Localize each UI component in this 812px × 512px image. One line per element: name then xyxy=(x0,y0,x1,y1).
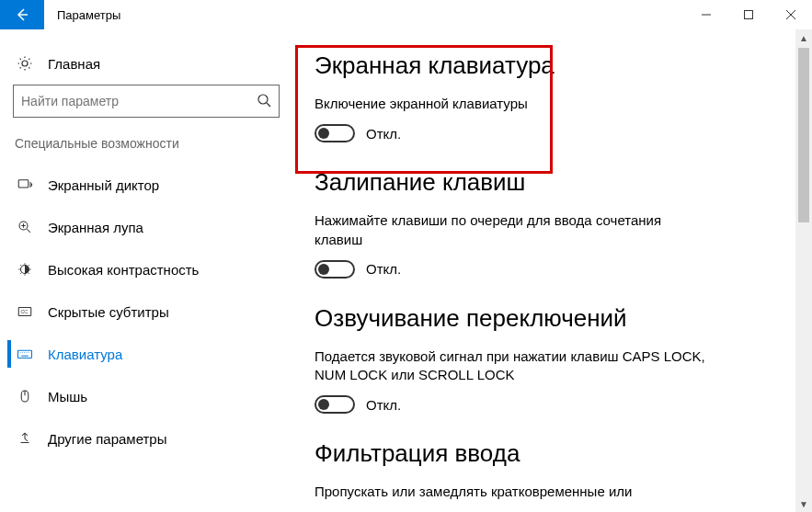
section-description: Нажимайте клавиши по очереди для ввода с… xyxy=(315,211,710,249)
sidebar: Главная Специальные возможности Экранный… xyxy=(0,29,292,512)
sidebar-item-label: Экранная лупа xyxy=(48,220,143,235)
sidebar-item-label: Высокая контрастность xyxy=(48,262,199,278)
arrow-left-icon xyxy=(15,7,29,22)
sidebar-item-magnifier[interactable]: Экранная лупа xyxy=(7,206,285,248)
svg-point-4 xyxy=(258,95,268,104)
keyboard-icon xyxy=(15,346,35,362)
svg-rect-14 xyxy=(18,350,32,358)
gear-icon xyxy=(15,55,35,72)
maximize-icon xyxy=(743,9,754,20)
search-box[interactable] xyxy=(13,85,280,118)
svg-rect-1 xyxy=(745,11,753,19)
close-button[interactable] xyxy=(770,0,812,29)
scroll-thumb[interactable] xyxy=(798,48,809,222)
sidebar-item-label: Другие параметры xyxy=(48,431,167,447)
section-filter-keys: Фильтрация ввода Пропускать или замедлят… xyxy=(315,439,797,501)
sidebar-item-keyboard[interactable]: Клавиатура xyxy=(7,333,285,375)
sidebar-item-other[interactable]: Другие параметры xyxy=(7,417,285,460)
toggle-state-label: Откл. xyxy=(366,261,401,277)
svg-text:CC: CC xyxy=(21,309,29,314)
maximize-button[interactable] xyxy=(727,0,770,29)
vertical-scrollbar[interactable]: ▲ ▼ xyxy=(795,29,812,512)
narrator-icon xyxy=(15,176,35,193)
section-heading: Озвучивание переключений xyxy=(315,304,797,333)
onscreen-keyboard-toggle[interactable] xyxy=(315,124,355,142)
sidebar-item-narrator[interactable]: Экранный диктор xyxy=(7,164,285,206)
svg-rect-6 xyxy=(18,180,29,188)
home-button[interactable]: Главная xyxy=(7,46,285,85)
toggle-state-label: Откл. xyxy=(366,397,401,413)
sidebar-item-label: Скрытые субтитры xyxy=(48,304,169,320)
section-sticky-keys: Залипание клавиш Нажимайте клавиши по оч… xyxy=(315,168,797,279)
search-input[interactable] xyxy=(21,94,257,108)
mouse-icon xyxy=(15,388,35,404)
close-icon xyxy=(785,9,796,20)
scroll-up-arrow-icon[interactable]: ▲ xyxy=(795,29,812,46)
main-content: Экранная клавиатура Включение экранной к… xyxy=(292,29,812,512)
section-toggle-keys: Озвучивание переключений Подается звуков… xyxy=(315,304,797,415)
toggle-keys-toggle[interactable] xyxy=(315,395,355,414)
back-button[interactable] xyxy=(0,0,44,29)
section-description: Пропускать или замедлять кратковременные… xyxy=(315,483,710,501)
sidebar-section-label: Специальные возможности xyxy=(7,132,285,164)
sticky-keys-toggle[interactable] xyxy=(315,260,355,279)
window-controls xyxy=(685,0,812,29)
section-heading: Фильтрация ввода xyxy=(315,439,797,468)
minimize-icon xyxy=(701,9,712,20)
svg-line-5 xyxy=(267,103,270,107)
title-bar: Параметры xyxy=(0,0,812,29)
sidebar-item-label: Клавиатура xyxy=(48,347,122,362)
toggle-state-label: Откл. xyxy=(366,126,401,142)
sidebar-item-label: Мышь xyxy=(48,389,87,404)
magnifier-icon xyxy=(15,219,35,235)
section-description: Включение экранной клавиатуры xyxy=(315,95,710,113)
window-title: Параметры xyxy=(44,0,685,29)
contrast-icon xyxy=(15,261,35,278)
minimize-button[interactable] xyxy=(685,0,727,29)
captions-icon: CC xyxy=(15,303,35,320)
section-onscreen-keyboard: Экранная клавиатура Включение экранной к… xyxy=(315,51,797,142)
section-heading: Экранная клавиатура xyxy=(315,51,797,80)
sidebar-item-high-contrast[interactable]: Высокая контрастность xyxy=(7,248,285,290)
sidebar-item-closed-captions[interactable]: CC Скрытые субтитры xyxy=(7,290,285,333)
sidebar-item-label: Экранный диктор xyxy=(48,177,159,193)
section-heading: Залипание клавиш xyxy=(315,168,797,197)
section-description: Подается звуковой сигнал при нажатии кла… xyxy=(315,347,710,385)
svg-line-10 xyxy=(27,229,30,233)
other-icon xyxy=(15,430,35,447)
sidebar-item-mouse[interactable]: Мышь xyxy=(7,375,285,417)
home-label: Главная xyxy=(48,56,100,72)
search-icon xyxy=(257,93,271,110)
scroll-down-arrow-icon[interactable]: ▼ xyxy=(795,495,812,512)
